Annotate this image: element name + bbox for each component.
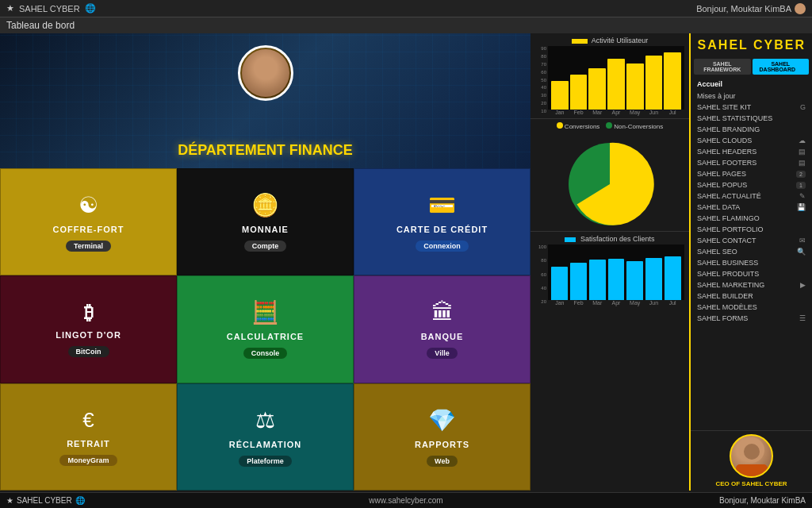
sidebar-item-clouds[interactable]: SAHEL CLOUDS ☁ — [691, 135, 812, 146]
grid-cell-rapports[interactable]: 💎 RAPPORTS Web — [354, 383, 530, 491]
sidebar-item-produits[interactable]: SAHEL PRODUITS — [691, 268, 812, 279]
sidebar-item-seo[interactable]: SAHEL SEO 🔍 — [691, 246, 812, 257]
grid-cell-lingot-or[interactable]: ₿ LINGOT D'OR BitCoin — [0, 275, 177, 383]
avatar — [238, 45, 293, 101]
satisfaction-label-jul: Jul — [664, 300, 681, 306]
carte-credit-label: CARTE DE CRÉDIT — [396, 225, 488, 234]
sidebar-item-flamingo[interactable]: SAHEL FLAMINGO — [691, 213, 812, 224]
activity-chart-area: JanFebMarAprMayJunJul — [548, 46, 684, 115]
satisfaction-chart-section: Satisfaction des Clients 10080604020 Jan… — [530, 232, 689, 491]
grid-cell-reclamation[interactable]: ⚖ RÉCLAMATION Plateforme — [177, 383, 354, 491]
sidebar-item-statistiques[interactable]: SAHEL STATISTIQUES — [691, 113, 812, 124]
sidebar-nav-tabs[interactable]: SAHEL FRAMEWORK SAHEL DASHBOARD — [691, 57, 812, 76]
sidebar-item-popus[interactable]: SAHEL POPUS 1 — [691, 179, 812, 190]
activity-label-jul: Jul — [664, 110, 681, 115]
activity-labels: JanFebMarAprMayJunJul — [548, 110, 684, 115]
rapports-label: RAPPORTS — [415, 440, 469, 449]
sidebar-menu: Accueil Mises à jour SAHEL SITE KIT G SA… — [691, 76, 812, 430]
activity-label-jun: Jun — [645, 110, 663, 115]
monnaie-button[interactable]: Compte — [244, 241, 287, 252]
activity-bar-jul — [664, 52, 681, 110]
sidebar-label: SAHEL SEO — [697, 248, 737, 256]
grid-cell-banque[interactable]: 🏛 BANQUE Ville — [354, 275, 530, 383]
calculatrice-icon: 🧮 — [251, 299, 279, 325]
banque-icon: 🏛 — [431, 299, 454, 325]
grid-cell-calculatrice[interactable]: 🧮 CALCULATRICE Console — [177, 275, 354, 383]
activity-label-mar: Mar — [588, 110, 606, 115]
banque-label: BANQUE — [421, 332, 464, 341]
satisfaction-bar-jun — [645, 258, 662, 300]
sidebar-label: SAHEL SITE KIT — [697, 103, 751, 111]
sidebar-item-modeles[interactable]: SAHEL MODÈLES — [691, 302, 812, 313]
satisfaction-label-jun: Jun — [645, 300, 663, 306]
satisfaction-bar-apr — [608, 259, 625, 300]
bottom-status-bar: ★ SAHEL CYBER 🌐 www.sahelcyber.com Bonjo… — [0, 492, 812, 508]
actualite-icon: ✎ — [799, 192, 806, 200]
grid-cell-monnaie[interactable]: 🪙 MONNAIE Compte — [177, 168, 354, 275]
sidebar-label: SAHEL MARKETING — [697, 281, 764, 289]
sidebar-item-pages[interactable]: SAHEL PAGES 2 — [691, 168, 812, 179]
grid-cell-coffre-fort[interactable]: ☯ COFFRE-FORT Terminal — [0, 168, 177, 275]
coffre-fort-button[interactable]: Terminal — [66, 241, 111, 252]
sidebar-item-business[interactable]: SAHEL BUSINESS — [691, 257, 812, 268]
grid-cell-carte-credit[interactable]: 💳 CARTE DE CRÉDIT Connexion — [354, 168, 530, 275]
sidebar-item-branding[interactable]: SAHEL BRANDING — [691, 124, 812, 135]
activity-bar-jun — [645, 56, 663, 110]
calculatrice-button[interactable]: Console — [243, 348, 288, 359]
sidebar-label: SAHEL PORTFOLIO — [697, 225, 764, 233]
sub-bar: Tableau de bord — [0, 17, 812, 33]
sidebar-label: SAHEL DATA — [697, 203, 740, 211]
tab-sahel-dashboard[interactable]: SAHEL DASHBOARD — [753, 59, 810, 75]
forms-icon: ☰ — [799, 314, 806, 322]
carte-credit-button[interactable]: Connexion — [416, 241, 469, 252]
satisfaction-label-apr: Apr — [607, 300, 625, 306]
activity-bar-may — [626, 64, 644, 110]
sidebar-label: SAHEL CLOUDS — [697, 137, 752, 144]
sidebar-item-contact[interactable]: SAHEL CONTACT ✉ — [691, 235, 812, 246]
svg-point-2 — [744, 444, 760, 460]
greeting-text: Bonjour, Mouktar KimBA — [696, 4, 791, 13]
brand-name: SAHEL CYBER — [19, 4, 80, 13]
sidebar-item-footers[interactable]: SAHEL FOOTERS ▤ — [691, 157, 812, 168]
sidebar-label: SAHEL STATISTIQUES — [697, 114, 772, 122]
satisfaction-labels: JanFebMarAprMayJunJul — [548, 300, 684, 306]
headers-icon: ▤ — [799, 148, 806, 156]
sidebar-item-mises-a-jour[interactable]: Mises à jour — [691, 90, 812, 102]
satisfaction-label-jan: Jan — [551, 300, 569, 306]
sidebar-label: SAHEL BUILDER — [697, 292, 753, 300]
sidebar-item-builder[interactable]: SAHEL BUILDER — [691, 291, 812, 302]
lingot-or-icon: ₿ — [84, 302, 94, 324]
sidebar-label: SAHEL FLAMINGO — [697, 214, 760, 222]
sidebar-item-headers[interactable]: SAHEL HEADERS ▤ — [691, 146, 812, 157]
sidebar-title: SAHEL CYBER — [697, 38, 806, 52]
tab-sahel-framework[interactable]: SAHEL FRAMEWORK — [694, 59, 751, 75]
reclamation-button[interactable]: Plateforme — [239, 456, 292, 467]
sidebar-label: SAHEL PRODUITS — [697, 270, 759, 278]
activity-chart-title: Activité Utilisateur — [535, 37, 684, 44]
sidebar-label: SAHEL BUSINESS — [697, 259, 758, 267]
sidebar-item-actualite[interactable]: SAHEL ACTUALITÉ ✎ — [691, 190, 812, 202]
sidebar-item-site-kit[interactable]: SAHEL SITE KIT G — [691, 102, 812, 113]
lingot-or-button[interactable]: BitCoin — [68, 346, 109, 357]
page-title: Tableau de bord — [6, 20, 75, 31]
favicon-icon: 🌐 — [85, 3, 96, 13]
grid-cell-retrait[interactable]: € RETRAIT MoneyGram — [0, 383, 177, 491]
footers-icon: ▤ — [799, 159, 806, 167]
sidebar-item-portfolio[interactable]: SAHEL PORTFOLIO — [691, 224, 812, 235]
activity-bars — [548, 46, 684, 110]
sidebar-item-forms[interactable]: SAHEL FORMS ☰ — [691, 313, 812, 324]
sidebar-item-marketing[interactable]: SAHEL MARKETING ▶ — [691, 279, 812, 291]
data-icon: 💾 — [797, 203, 806, 211]
reclamation-icon: ⚖ — [255, 407, 275, 433]
coffre-fort-icon: ☯ — [79, 192, 98, 218]
retrait-button[interactable]: MoneyGram — [59, 455, 117, 466]
rapports-button[interactable]: Web — [427, 456, 458, 467]
carte-credit-icon: 💳 — [428, 192, 456, 218]
activity-label-may: May — [626, 110, 644, 115]
satisfaction-bar-jan — [551, 267, 568, 300]
sidebar-label: SAHEL MODÈLES — [697, 303, 757, 311]
bottom-greeting: Bonjour, Mouktar KimBA — [719, 496, 806, 505]
banque-button[interactable]: Ville — [427, 348, 457, 359]
sidebar-item-data[interactable]: SAHEL DATA 💾 — [691, 202, 812, 213]
bottom-brand: ★ SAHEL CYBER 🌐 — [6, 496, 85, 505]
